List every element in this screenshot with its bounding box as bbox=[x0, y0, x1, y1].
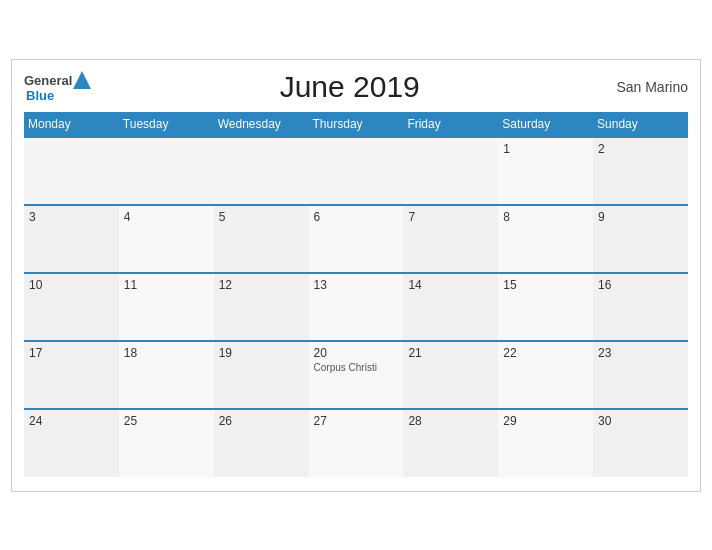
day-number: 24 bbox=[29, 414, 114, 428]
calendar-cell: 11 bbox=[119, 273, 214, 341]
weekday-header-row: MondayTuesdayWednesdayThursdayFridaySatu… bbox=[24, 112, 688, 137]
day-number: 4 bbox=[124, 210, 209, 224]
day-number: 14 bbox=[408, 278, 493, 292]
logo-blue-text: Blue bbox=[24, 89, 91, 102]
calendar-cell: 3 bbox=[24, 205, 119, 273]
calendar-header: General Blue June 2019 San Marino bbox=[24, 70, 688, 104]
calendar-week-row: 17181920Corpus Christi212223 bbox=[24, 341, 688, 409]
calendar-cell: 4 bbox=[119, 205, 214, 273]
calendar-cell: 9 bbox=[593, 205, 688, 273]
event-label: Corpus Christi bbox=[314, 362, 399, 373]
calendar-cell: 23 bbox=[593, 341, 688, 409]
weekday-header: Friday bbox=[403, 112, 498, 137]
calendar-cell: 13 bbox=[309, 273, 404, 341]
calendar-cell: 20Corpus Christi bbox=[309, 341, 404, 409]
weekday-header: Saturday bbox=[498, 112, 593, 137]
calendar-cell: 24 bbox=[24, 409, 119, 477]
weekday-header: Wednesday bbox=[214, 112, 309, 137]
calendar-table: MondayTuesdayWednesdayThursdayFridaySatu… bbox=[24, 112, 688, 477]
logo-general-text: General bbox=[24, 74, 72, 87]
day-number: 27 bbox=[314, 414, 399, 428]
day-number: 28 bbox=[408, 414, 493, 428]
calendar-week-row: 3456789 bbox=[24, 205, 688, 273]
calendar-cell: 16 bbox=[593, 273, 688, 341]
day-number: 17 bbox=[29, 346, 114, 360]
calendar-cell: 28 bbox=[403, 409, 498, 477]
weekday-header: Thursday bbox=[309, 112, 404, 137]
calendar-cell bbox=[24, 137, 119, 205]
day-number: 16 bbox=[598, 278, 683, 292]
calendar-week-row: 10111213141516 bbox=[24, 273, 688, 341]
day-number: 18 bbox=[124, 346, 209, 360]
day-number: 30 bbox=[598, 414, 683, 428]
calendar-cell: 10 bbox=[24, 273, 119, 341]
day-number: 19 bbox=[219, 346, 304, 360]
calendar-cell: 25 bbox=[119, 409, 214, 477]
calendar-week-row: 24252627282930 bbox=[24, 409, 688, 477]
calendar-cell: 12 bbox=[214, 273, 309, 341]
weekday-header: Tuesday bbox=[119, 112, 214, 137]
svg-marker-0 bbox=[73, 71, 91, 89]
day-number: 23 bbox=[598, 346, 683, 360]
day-number: 2 bbox=[598, 142, 683, 156]
day-number: 6 bbox=[314, 210, 399, 224]
day-number: 5 bbox=[219, 210, 304, 224]
day-number: 25 bbox=[124, 414, 209, 428]
day-number: 7 bbox=[408, 210, 493, 224]
calendar-cell: 18 bbox=[119, 341, 214, 409]
day-number: 21 bbox=[408, 346, 493, 360]
calendar-cell: 7 bbox=[403, 205, 498, 273]
day-number: 9 bbox=[598, 210, 683, 224]
day-number: 13 bbox=[314, 278, 399, 292]
weekday-header: Sunday bbox=[593, 112, 688, 137]
logo-icon bbox=[73, 71, 91, 89]
calendar-container: General Blue June 2019 San Marino Monday… bbox=[11, 59, 701, 492]
calendar-cell: 26 bbox=[214, 409, 309, 477]
day-number: 1 bbox=[503, 142, 588, 156]
day-number: 29 bbox=[503, 414, 588, 428]
day-number: 8 bbox=[503, 210, 588, 224]
day-number: 12 bbox=[219, 278, 304, 292]
calendar-cell: 29 bbox=[498, 409, 593, 477]
calendar-title: June 2019 bbox=[91, 70, 608, 104]
day-number: 10 bbox=[29, 278, 114, 292]
calendar-cell: 22 bbox=[498, 341, 593, 409]
day-number: 3 bbox=[29, 210, 114, 224]
calendar-cell: 15 bbox=[498, 273, 593, 341]
day-number: 22 bbox=[503, 346, 588, 360]
calendar-cell: 8 bbox=[498, 205, 593, 273]
calendar-cell bbox=[119, 137, 214, 205]
weekday-header: Monday bbox=[24, 112, 119, 137]
calendar-cell: 17 bbox=[24, 341, 119, 409]
calendar-cell bbox=[214, 137, 309, 205]
calendar-cell: 30 bbox=[593, 409, 688, 477]
logo: General Blue bbox=[24, 71, 91, 102]
calendar-cell: 5 bbox=[214, 205, 309, 273]
calendar-cell: 21 bbox=[403, 341, 498, 409]
calendar-week-row: 12 bbox=[24, 137, 688, 205]
calendar-cell: 1 bbox=[498, 137, 593, 205]
calendar-cell: 2 bbox=[593, 137, 688, 205]
calendar-cell: 6 bbox=[309, 205, 404, 273]
calendar-cell bbox=[403, 137, 498, 205]
country-label: San Marino bbox=[608, 79, 688, 95]
calendar-cell: 27 bbox=[309, 409, 404, 477]
day-number: 20 bbox=[314, 346, 399, 360]
calendar-cell: 14 bbox=[403, 273, 498, 341]
day-number: 15 bbox=[503, 278, 588, 292]
calendar-cell: 19 bbox=[214, 341, 309, 409]
calendar-cell bbox=[309, 137, 404, 205]
day-number: 26 bbox=[219, 414, 304, 428]
day-number: 11 bbox=[124, 278, 209, 292]
